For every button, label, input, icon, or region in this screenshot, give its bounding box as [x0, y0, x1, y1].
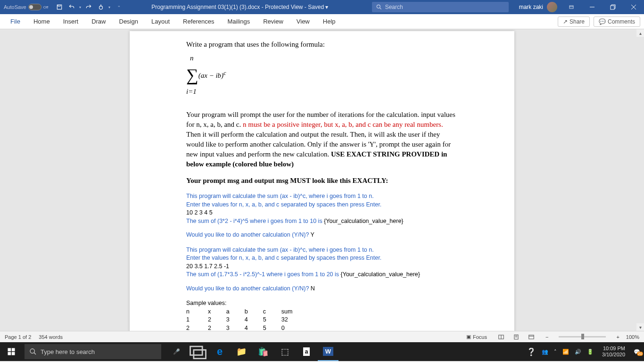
table-row: 1234532	[186, 316, 307, 324]
ex2-line5b: N	[311, 285, 315, 292]
autosave-toggle[interactable]: AutoSave Off	[0, 4, 52, 10]
scroll-down-icon[interactable]: ▾	[636, 323, 644, 331]
formula-body: (ax − ib)	[198, 72, 223, 79]
close-button[interactable]	[623, 0, 644, 14]
document-area[interactable]: ▴ ▾ Write a program that uses the follow…	[0, 29, 644, 331]
task-view-icon[interactable]	[188, 342, 208, 361]
ex2-line2: Enter the values for n, x, a, b, and c s…	[186, 254, 458, 263]
tab-layout[interactable]: Layout	[145, 15, 176, 28]
mic-icon[interactable]: 🎤	[166, 342, 187, 361]
th-c: c	[263, 308, 281, 316]
comments-button[interactable]: 💬Comments	[594, 16, 640, 27]
example-block-2: This program will calculate the sum (ax …	[186, 246, 458, 293]
user-info[interactable]: mark zaki	[515, 2, 561, 12]
svg-rect-7	[529, 335, 534, 338]
zoom-level[interactable]: 100%	[626, 334, 639, 340]
save-icon[interactable]	[55, 2, 64, 12]
clock[interactable]: 10:09 PM 3/10/2020	[599, 346, 628, 358]
minimize-button[interactable]	[582, 0, 603, 14]
th-sum: sum	[281, 308, 308, 316]
instruction-line-1: Write a program that uses the following …	[186, 40, 458, 49]
help-icon[interactable]: ❔	[527, 347, 536, 356]
svg-rect-11	[12, 352, 15, 355]
ex2-line1: This program will calculate the sum (ax …	[186, 246, 458, 255]
search-box[interactable]: Search	[372, 2, 509, 12]
svg-point-2	[377, 5, 380, 8]
tab-insert[interactable]: Insert	[57, 15, 85, 28]
ex1-line5a: Would you like to do another calculation…	[186, 231, 311, 238]
volume-icon[interactable]: 🔊	[575, 349, 581, 355]
share-label: Share	[570, 18, 585, 25]
word-count[interactable]: 354 words	[39, 334, 63, 340]
th-a: a	[226, 308, 245, 316]
avatar	[547, 2, 557, 12]
tab-help[interactable]: Help	[316, 15, 342, 28]
undo-dropdown-icon[interactable]: ▾	[79, 5, 81, 9]
svg-rect-8	[8, 348, 11, 352]
tab-draw[interactable]: Draw	[85, 15, 112, 28]
document-title: Programming Assignment 03(1)(1) (3).docx…	[123, 4, 372, 10]
page-indicator[interactable]: Page 1 of 2	[5, 334, 31, 340]
ex1-line4b: {Your_calculation_value_here}	[324, 218, 403, 224]
toggle-switch[interactable]	[28, 4, 41, 10]
print-layout-icon[interactable]	[509, 331, 524, 343]
ex1-line2: Enter the values for n, x, a, b, and c s…	[186, 201, 458, 209]
taskbar-search[interactable]: Type here to search	[25, 344, 161, 359]
store-icon[interactable]: 🛍️	[253, 342, 273, 361]
amazon-icon[interactable]: a	[296, 342, 317, 361]
people-icon[interactable]: 👥	[542, 349, 548, 355]
scroll-up-icon[interactable]: ▴	[636, 29, 644, 37]
qat-customize-icon[interactable]: ⁼	[118, 5, 120, 9]
dropbox-icon[interactable]: ⬚	[274, 342, 295, 361]
autosave-label: AutoSave	[4, 4, 26, 10]
start-button[interactable]	[0, 342, 23, 361]
taskbar: Type here to search 🎤 e 📁 🛍️ ⬚ a W ❔ 👥 ˄…	[0, 342, 644, 361]
tab-design[interactable]: Design	[113, 15, 145, 28]
clock-date: 3/10/2020	[602, 352, 625, 358]
undo-icon[interactable]	[67, 2, 76, 12]
comment-icon: 💬	[599, 18, 606, 25]
formula-sup: c	[223, 70, 226, 76]
ex2-line3: 20 3.5 1.7 2.5 -1	[186, 263, 458, 271]
focus-mode-button[interactable]: ▣Focus	[463, 333, 490, 341]
focus-icon: ▣	[466, 334, 471, 340]
formula-n: n	[186, 53, 194, 63]
touch-mode-icon[interactable]	[96, 2, 106, 12]
tab-review[interactable]: Review	[256, 15, 290, 28]
wifi-icon[interactable]: 📶	[562, 349, 569, 355]
svg-rect-13	[190, 346, 203, 355]
focus-label: Focus	[473, 334, 487, 340]
ribbon-display-icon[interactable]	[561, 0, 582, 14]
zoom-in-button[interactable]: +	[613, 334, 622, 340]
tab-view[interactable]: View	[290, 15, 316, 28]
notif-badge: 20	[637, 352, 643, 356]
tab-file[interactable]: File	[4, 15, 27, 28]
ex1-line3: 10 2 3 4 5	[186, 209, 458, 217]
battery-icon[interactable]: 🔋	[587, 349, 594, 355]
read-mode-icon[interactable]	[494, 331, 509, 343]
edge-icon[interactable]: e	[209, 342, 230, 361]
formula: n ∑ (ax − ib)c i=1	[186, 49, 458, 103]
web-layout-icon[interactable]	[524, 331, 539, 343]
tab-mailings[interactable]: Mailings	[221, 15, 257, 28]
zoom-out-button[interactable]: −	[543, 334, 551, 340]
th-n: n	[186, 308, 208, 316]
zoom-thumb[interactable]	[581, 334, 584, 339]
svg-rect-9	[12, 348, 15, 352]
ex2-line5a: Would you like to do another calculation…	[186, 285, 311, 292]
file-explorer-icon[interactable]: 📁	[231, 342, 252, 361]
touch-dropdown-icon[interactable]: ▾	[108, 5, 110, 9]
share-icon: ↗	[563, 18, 568, 25]
svg-rect-4	[611, 6, 614, 9]
table-row: 223450	[186, 324, 307, 331]
maximize-button[interactable]	[603, 0, 623, 14]
ex1-line5b: Y	[311, 231, 314, 238]
tab-home[interactable]: Home	[27, 15, 57, 28]
word-icon[interactable]: W	[318, 342, 339, 361]
zoom-slider[interactable]	[559, 336, 606, 337]
notification-icon[interactable]: 💬20	[634, 349, 640, 355]
redo-icon[interactable]	[84, 2, 93, 12]
tab-references[interactable]: References	[176, 15, 221, 28]
share-button[interactable]: ↗Share	[558, 16, 590, 27]
tray-chevron-icon[interactable]: ˄	[554, 349, 557, 355]
